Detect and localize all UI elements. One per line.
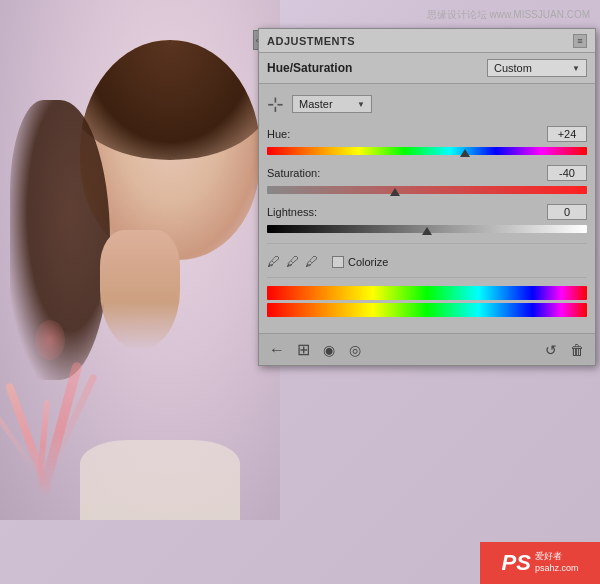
colorize-checkbox[interactable]: [332, 256, 344, 268]
lightness-slider-group: Lightness: 0: [267, 204, 587, 235]
saturation-track[interactable]: [267, 184, 587, 196]
saturation-thumb[interactable]: [390, 188, 400, 196]
hue-slider-group: Hue: +24: [267, 126, 587, 157]
master-label: Master: [299, 98, 357, 110]
delete-btn[interactable]: 🗑: [567, 340, 587, 360]
master-dropdown[interactable]: Master ▼: [292, 95, 372, 113]
panel-menu-btn[interactable]: ≡: [573, 34, 587, 48]
hue-label-row: Hue: +24: [267, 126, 587, 142]
tools-row: 🖊 🖊 🖊 Colorize: [267, 254, 587, 269]
color-bars: [267, 286, 587, 317]
panel-header: ADJUSTMENTS ≡: [259, 29, 595, 53]
hue-bar: [267, 147, 587, 155]
cn-watermark: 思缘设计论坛 www.MISSJUAN.COM: [427, 8, 590, 22]
saturation-bar: [267, 186, 587, 194]
site-line2: psahz.com: [535, 563, 579, 575]
colorize-label: Colorize: [348, 256, 388, 268]
footer-left: ← ⊞ ◉ ◎: [267, 340, 365, 360]
hs-row: Hue/Saturation Custom ▼: [259, 53, 595, 84]
colorize-row: Colorize: [332, 256, 388, 268]
spectrum-bar-bottom: [267, 303, 587, 317]
preset-dropdown-arrow: ▼: [572, 64, 580, 73]
hue-value[interactable]: +24: [547, 126, 587, 142]
visibility-eye-btn[interactable]: ◉: [319, 340, 339, 360]
panel-body: ⊹ Master ▼ Hue: +24 Saturation: -40: [259, 84, 595, 333]
lightness-thumb[interactable]: [422, 227, 432, 235]
hue-label: Hue:: [267, 128, 290, 140]
master-row: ⊹ Master ▼: [267, 92, 587, 116]
footer-right: ↺ 🗑: [541, 340, 587, 360]
dress-top: [80, 440, 240, 520]
eyedropper-set-icon[interactable]: 🖊: [267, 254, 280, 269]
preset-dropdown[interactable]: Custom ▼: [487, 59, 587, 77]
master-dropdown-arrow: ▼: [357, 100, 365, 109]
eyedropper-subtract-icon[interactable]: 🖊: [305, 254, 318, 269]
site-line1: 爱好者: [535, 551, 579, 563]
saturation-label-row: Saturation: -40: [267, 165, 587, 181]
panel-controls: ≡: [573, 34, 587, 48]
spectrum-bar-top: [267, 286, 587, 300]
divider: [267, 243, 587, 244]
lightness-label: Lightness:: [267, 206, 317, 218]
back-arrow-btn[interactable]: ←: [267, 340, 287, 360]
saturation-value[interactable]: -40: [547, 165, 587, 181]
saturation-label: Saturation:: [267, 167, 320, 179]
panel-title: ADJUSTMENTS: [267, 35, 355, 47]
eyedropper-add-icon[interactable]: 🖊: [286, 254, 299, 269]
wisp-glow: [35, 320, 65, 360]
brand-badge: PS 爱好者 psahz.com: [480, 542, 600, 584]
panel-footer: ← ⊞ ◉ ◎ ↺ 🗑: [259, 333, 595, 365]
reset-btn[interactable]: ↺: [541, 340, 561, 360]
eye-open-btn[interactable]: ◎: [345, 340, 365, 360]
lightness-label-row: Lightness: 0: [267, 204, 587, 220]
hue-track[interactable]: [267, 145, 587, 157]
preset-value: Custom: [494, 62, 568, 74]
ps-logo: PS: [502, 550, 531, 576]
hue-thumb[interactable]: [460, 149, 470, 157]
hs-label: Hue/Saturation: [267, 61, 352, 75]
new-layer-btn[interactable]: ⊞: [293, 340, 313, 360]
saturation-slider-group: Saturation: -40: [267, 165, 587, 196]
portrait-area: [0, 0, 280, 520]
hair-top: [80, 40, 260, 160]
divider-2: [267, 277, 587, 278]
lightness-track[interactable]: [267, 223, 587, 235]
lightness-value[interactable]: 0: [547, 204, 587, 220]
hand-target-icon[interactable]: ⊹: [267, 92, 284, 116]
adjustments-panel: ADJUSTMENTS ≡ Hue/Saturation Custom ▼ ⊹ …: [258, 28, 596, 366]
site-label: 爱好者 psahz.com: [535, 551, 579, 574]
